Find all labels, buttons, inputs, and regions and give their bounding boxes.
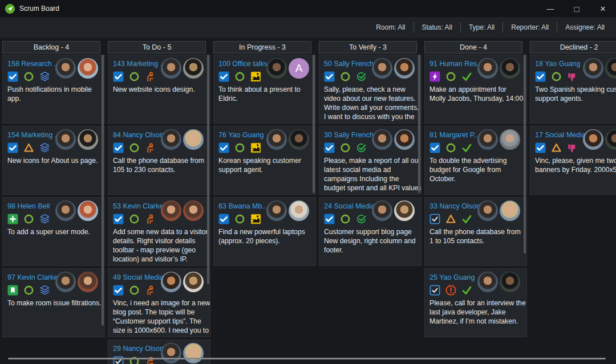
filter-reporter[interactable]: Reporter: All	[502, 22, 557, 32]
filter-status[interactable]: Status: All	[414, 22, 460, 32]
task-card[interactable]: 100 Office talksATo think about a presen…	[213, 55, 316, 124]
task-filled-icon	[7, 142, 18, 153]
task-card[interactable]: 49 Social MediaVinc, i need an image for…	[108, 268, 210, 337]
exclamation-red-icon	[445, 285, 456, 296]
task-card[interactable]: 33 Nancy OlsonCall the phone database fr…	[424, 197, 527, 266]
verify-green-icon	[356, 214, 367, 224]
task-card[interactable]: 76 Yao GuangKorean speaking customer sup…	[213, 126, 316, 195]
column-scrollbar	[524, 55, 526, 356]
task-card[interactable]: 84 Nancy OlsonCall the phone database fr…	[108, 126, 210, 195]
filter-assignee[interactable]: Assignee: All	[557, 22, 613, 32]
card-title-link[interactable]: 97 Kevin Clarke	[7, 273, 58, 281]
task-card[interactable]: 17 Social MediaVinc, please, given me tw…	[530, 126, 616, 195]
task-card[interactable]: 81 Margaret P...To double the advertisin…	[424, 126, 527, 195]
card-title-link[interactable]: 84 Nancy Olson	[113, 131, 164, 139]
filter-type[interactable]: Type: All	[460, 22, 502, 32]
app-logo-icon	[5, 4, 15, 14]
task-card[interactable]: 63 Bwana Mb...Find a new powerful laptop…	[213, 197, 316, 266]
card-title-link[interactable]: 30 Sally French	[324, 131, 374, 139]
avatar	[394, 129, 415, 150]
column-header: To Verify - 3	[319, 41, 417, 54]
filter-bar: Room: AllStatus: AllType: AllReporter: A…	[0, 17, 616, 38]
task-filled-icon	[324, 142, 335, 153]
card-title-link[interactable]: 154 Marketing ...	[7, 131, 60, 139]
board: Backlog - 4158 Research ...Push notifica…	[0, 38, 616, 364]
avatar	[477, 58, 498, 79]
task-outline-icon	[429, 214, 440, 224]
card-title-link[interactable]: 81 Margaret P...	[429, 131, 480, 139]
task-card[interactable]: 97 Kevin ClarkeTo make room issue filtra…	[2, 268, 105, 337]
avatar	[55, 58, 76, 79]
column-header: Backlog - 4	[2, 41, 100, 54]
thumbsdown-pink-icon	[567, 142, 578, 153]
column-scrollbar-thumb[interactable]	[207, 55, 209, 284]
filter-room[interactable]: Room: All	[368, 22, 413, 32]
card-title-link[interactable]: 17 Social Media	[535, 131, 586, 139]
column-cards: 143 Marketing ...New website icons desig…	[108, 55, 209, 364]
minimize-button[interactable]: —	[537, 0, 564, 17]
avatar	[161, 343, 181, 363]
task-card[interactable]: 98 Helen BellTo add a super user mode.	[2, 197, 105, 266]
card-title-link[interactable]: 143 Marketing ...	[113, 60, 166, 68]
task-card[interactable]: 143 Marketing ...New website icons desig…	[108, 55, 210, 124]
column-scrollbar-thumb[interactable]	[102, 55, 104, 326]
avatar	[78, 58, 98, 79]
card-title-link[interactable]: 18 Yao Guang	[535, 60, 580, 68]
board-column: To Verify - 350 Sally FrenchSally, pleas…	[319, 41, 420, 364]
close-button[interactable]: ✕	[590, 0, 616, 17]
board-column: Declined - 218 Yao GuangTwo Spanish spea…	[530, 41, 616, 364]
card-title-link[interactable]: 98 Helen Bell	[7, 202, 50, 210]
maximize-button[interactable]: □	[564, 0, 590, 17]
task-card[interactable]: 50 Sally FrenchSally, please, check a ne…	[319, 55, 422, 124]
board-column: In Progress - 3100 Office talksATo think…	[213, 41, 315, 364]
worker-yellow-icon	[250, 142, 261, 153]
card-title-link[interactable]: 25 Yao Guang	[429, 273, 475, 281]
board-column: Done - 491 Human Res...Make an appointme…	[424, 41, 526, 364]
avatar	[161, 58, 181, 79]
task-card[interactable]: 53 Kevin ClarkeAdd some new data to a vi…	[108, 197, 210, 266]
person-orange-icon	[145, 214, 156, 224]
card-title-link[interactable]: 24 Social Media	[324, 202, 375, 210]
task-card[interactable]: 18 Yao GuangTwo Spanish speaking custome…	[530, 55, 616, 124]
avatar	[161, 129, 181, 150]
task-card[interactable]: 29 Nancy OlsonSend me the list of our ne…	[108, 340, 210, 364]
card-title-link[interactable]: 76 Yao Guang	[218, 131, 264, 139]
card-title-link[interactable]: 29 Nancy Olson	[113, 345, 164, 353]
card-title-link[interactable]: 53 Kevin Clarke	[113, 202, 163, 210]
task-card[interactable]: 158 Research ...Push notifications in mo…	[2, 55, 105, 124]
column-scrollbar	[102, 55, 104, 356]
card-description: Vinc, i need an image for a new blog pos…	[113, 298, 210, 335]
circle-green-icon	[445, 142, 456, 153]
avatar	[477, 129, 498, 150]
worker-yellow-icon	[250, 71, 261, 82]
column-cards: 50 Sally FrenchSally, please, check a ne…	[319, 55, 420, 364]
avatar	[266, 58, 287, 79]
check-green-icon	[461, 285, 472, 296]
card-title-link[interactable]: 49 Social Media	[113, 273, 164, 281]
column-scrollbar	[313, 55, 315, 356]
card-title-link[interactable]: 50 Sally French	[324, 60, 374, 68]
task-card[interactable]: 91 Human Res...Make an appointment for M…	[424, 55, 527, 124]
column-header: Declined - 2	[530, 41, 616, 54]
layers-blue-icon	[39, 214, 50, 224]
column-scrollbar-thumb[interactable]	[524, 55, 526, 253]
card-title-link[interactable]: 158 Research ...	[7, 60, 60, 68]
card-status-icons	[535, 142, 616, 153]
task-card[interactable]: 24 Social MediaCustomer support blog pag…	[319, 197, 422, 266]
column-header: Done - 4	[424, 41, 522, 54]
task-card[interactable]: 30 Sally FrenchPlease, make a report of …	[319, 126, 422, 195]
column-scrollbar-thumb[interactable]	[418, 55, 420, 193]
column-scrollbar-thumb[interactable]	[313, 55, 315, 193]
task-card[interactable]: 25 Yao GuangPlease, call for an intervie…	[424, 268, 527, 337]
card-title-link[interactable]: 33 Nancy Olson	[429, 202, 480, 210]
avatar	[477, 272, 498, 292]
column-header: To Do - 5	[108, 41, 206, 54]
card-title-link[interactable]: 91 Human Res...	[429, 60, 483, 68]
horizontal-scrollbar-thumb[interactable]	[8, 358, 606, 359]
task-card[interactable]: 154 Marketing ...New icons for About us …	[2, 126, 105, 195]
avatar	[289, 129, 309, 150]
board-column: To Do - 5143 Marketing ...New website ic…	[108, 41, 209, 364]
avatar	[583, 58, 603, 79]
card-title-link[interactable]: 63 Bwana Mb...	[218, 202, 268, 210]
card-title-link[interactable]: 100 Office talks	[218, 60, 268, 68]
